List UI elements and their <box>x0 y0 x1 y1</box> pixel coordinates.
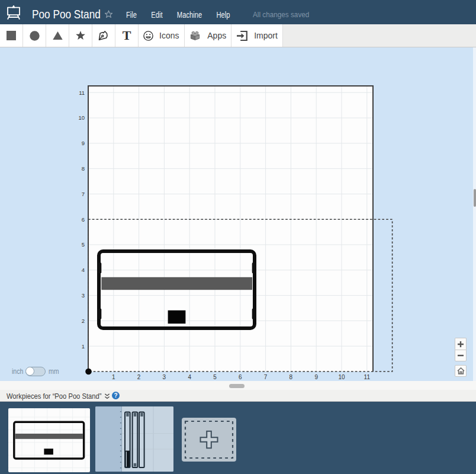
svg-text:8: 8 <box>82 165 85 172</box>
svg-text:7: 7 <box>264 374 268 380</box>
svg-text:5: 5 <box>82 241 85 248</box>
svg-text:10: 10 <box>78 114 85 121</box>
svg-text:4: 4 <box>188 374 191 380</box>
svg-text:1: 1 <box>82 343 85 350</box>
svg-text:7: 7 <box>82 191 85 197</box>
svg-text:10: 10 <box>338 374 345 380</box>
svg-text:8: 8 <box>290 374 293 380</box>
svg-text:2: 2 <box>137 374 141 380</box>
svg-text:6: 6 <box>239 374 242 380</box>
svg-text:9: 9 <box>82 140 85 146</box>
svg-text:5: 5 <box>213 374 217 380</box>
svg-text:11: 11 <box>364 374 371 380</box>
svg-text:3: 3 <box>82 292 85 299</box>
svg-text:1: 1 <box>112 374 115 380</box>
svg-text:9: 9 <box>314 374 318 380</box>
svg-text:2: 2 <box>82 318 85 324</box>
svg-text:6: 6 <box>82 216 85 223</box>
svg-text:4: 4 <box>82 267 85 273</box>
svg-text:3: 3 <box>163 374 166 380</box>
svg-text:11: 11 <box>79 89 85 96</box>
